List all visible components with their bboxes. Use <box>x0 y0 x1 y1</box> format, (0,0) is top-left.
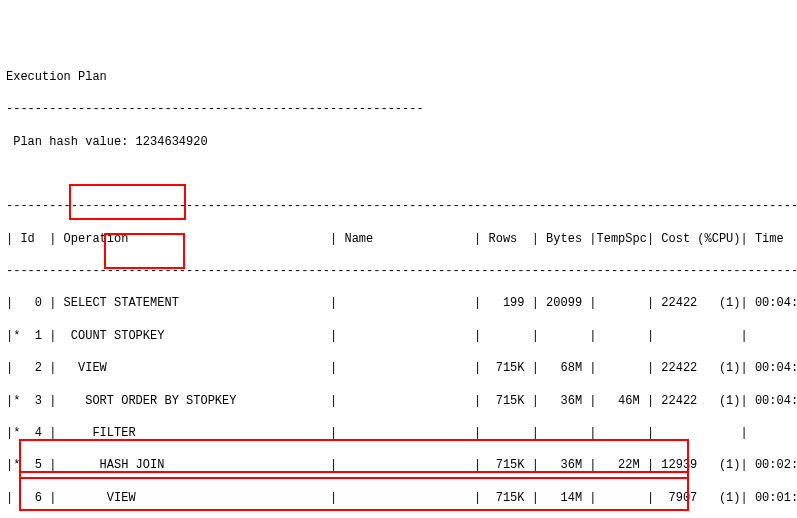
table-sep: ----------------------------------------… <box>6 263 797 279</box>
plan-title: Execution Plan <box>6 69 797 85</box>
table-header: | Id | Operation | Name | Rows | Bytes |… <box>6 231 797 247</box>
blank-line <box>6 166 797 182</box>
separator: ----------------------------------------… <box>6 101 797 117</box>
plan-row: |* 4 | FILTER | | | | | | | <box>6 425 797 441</box>
execution-plan-output: Execution Plan -------------------------… <box>6 53 797 518</box>
plan-row: |* 3 | SORT ORDER BY STOPKEY | | 715K | … <box>6 393 797 409</box>
hash-value: Plan hash value: 1234634920 <box>6 134 797 150</box>
plan-row: |* 1 | COUNT STOPKEY | | | | | | | <box>6 328 797 344</box>
plan-row: | 6 | VIEW | | 715K | 14M | | 7907 (1)| … <box>6 490 797 506</box>
plan-row: | 0 | SELECT STATEMENT | | 199 | 20099 |… <box>6 295 797 311</box>
plan-row: | 2 | VIEW | | 715K | 68M | | 22422 (1)|… <box>6 360 797 376</box>
plan-row: |* 5 | HASH JOIN | | 715K | 36M | 22M | … <box>6 457 797 473</box>
table-sep: ----------------------------------------… <box>6 198 797 214</box>
